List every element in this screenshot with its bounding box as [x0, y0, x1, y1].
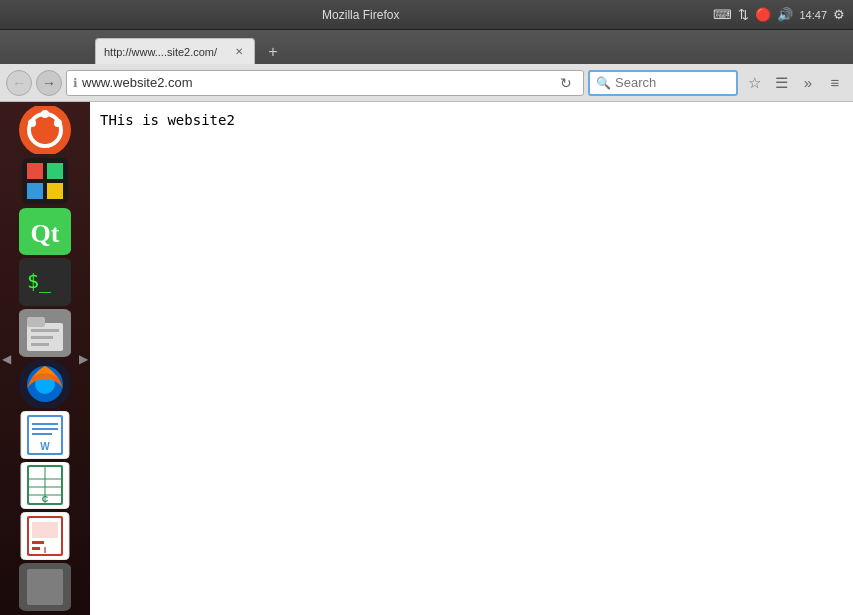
raspberrypi-icon: 🔴 — [755, 7, 771, 22]
svg-point-4 — [28, 119, 36, 127]
sidebar-item-qt[interactable]: Qt — [18, 208, 72, 256]
sidebar-item-firefox[interactable] — [18, 360, 72, 408]
clock: 14:47 — [799, 9, 827, 21]
menu-button[interactable]: ≡ — [823, 71, 847, 95]
svg-rect-18 — [31, 336, 53, 339]
svg-rect-7 — [47, 163, 63, 179]
svg-rect-8 — [27, 183, 43, 199]
address-input[interactable] — [82, 75, 551, 90]
new-tab-button[interactable]: + — [261, 40, 285, 64]
sidebar-collapse-left[interactable]: ◀ — [2, 352, 11, 366]
svg-rect-9 — [47, 183, 63, 199]
navigation-bar: ← → ℹ ↻ 🔍 ☆ ☰ » ≡ — [0, 64, 853, 102]
search-input[interactable] — [615, 75, 725, 90]
svg-rect-19 — [31, 343, 49, 346]
svg-text:W: W — [40, 441, 50, 452]
svg-rect-28 — [32, 433, 52, 435]
svg-text:C: C — [42, 494, 49, 504]
svg-rect-16 — [27, 317, 45, 327]
sidebar-expand-right[interactable]: ▶ — [79, 352, 88, 366]
nav-action-buttons: ☆ ☰ » ≡ — [742, 71, 847, 95]
forward-button[interactable]: → — [36, 70, 62, 96]
svg-rect-42 — [32, 541, 44, 544]
content-area: THis is website2 — [90, 102, 853, 615]
main-layout: ◀ ▶ Qt — [0, 102, 853, 615]
svg-text:I: I — [44, 545, 47, 555]
sidebar-item-writer[interactable]: W — [18, 411, 72, 459]
tab-bar: http://www....site2.com/ ✕ + — [0, 30, 853, 64]
sidebar-item-multicolor[interactable] — [18, 157, 72, 205]
info-icon: ℹ — [73, 76, 78, 90]
svg-rect-46 — [27, 569, 63, 605]
sidebar-item-calc[interactable]: C — [18, 462, 72, 510]
sidebar-item-terminal[interactable]: $_ — [18, 258, 72, 306]
svg-point-2 — [41, 110, 49, 118]
search-bar-wrapper: 🔍 — [588, 70, 738, 96]
more-tools-button[interactable]: » — [796, 71, 820, 95]
sidebar-item-files[interactable] — [18, 309, 72, 357]
svg-rect-41 — [32, 522, 58, 538]
tab-close-button[interactable]: ✕ — [232, 45, 246, 59]
sidebar-item-impress[interactable]: I — [18, 512, 72, 560]
sidebar: ◀ ▶ Qt — [0, 102, 90, 615]
address-bar-wrapper: ℹ ↻ — [66, 70, 584, 96]
network-icon: ⇅ — [738, 7, 749, 22]
sidebar-item-generic[interactable] — [18, 563, 72, 611]
svg-rect-17 — [31, 329, 59, 332]
svg-rect-6 — [27, 163, 43, 179]
title-bar: Mozilla Firefox ⌨ ⇅ 🔴 🔊 14:47 ⚙ — [0, 0, 853, 30]
refresh-button[interactable]: ↻ — [555, 72, 577, 94]
search-icon: 🔍 — [596, 76, 611, 90]
svg-text:Qt: Qt — [31, 219, 60, 248]
window-title: Mozilla Firefox — [8, 8, 713, 22]
sidebar-item-ubuntu[interactable] — [18, 106, 72, 154]
tab-title: http://www....site2.com/ — [104, 46, 226, 58]
svg-rect-43 — [32, 547, 40, 550]
svg-text:$_: $_ — [27, 269, 52, 293]
svg-rect-27 — [32, 428, 58, 430]
back-button[interactable]: ← — [6, 70, 32, 96]
page-content: THis is website2 — [100, 112, 843, 128]
svg-point-3 — [54, 119, 62, 127]
bookmark-button[interactable]: ☆ — [742, 71, 766, 95]
system-tray: ⌨ ⇅ 🔴 🔊 14:47 ⚙ — [713, 7, 845, 22]
tab-site2[interactable]: http://www....site2.com/ ✕ — [95, 38, 255, 64]
settings-icon: ⚙ — [833, 7, 845, 22]
reader-mode-button[interactable]: ☰ — [769, 71, 793, 95]
svg-rect-26 — [32, 423, 58, 425]
volume-icon: 🔊 — [777, 7, 793, 22]
keyboard-icon: ⌨ — [713, 7, 732, 22]
